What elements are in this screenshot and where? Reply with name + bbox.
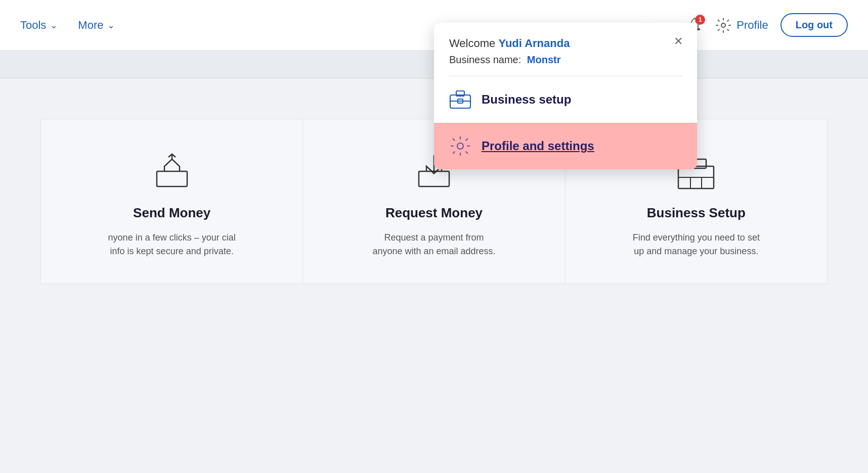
popup-business-name: Monstr xyxy=(527,54,561,65)
profile-popup: ✕ Welcome Yudi Arnanda Business name: Mo… xyxy=(434,23,697,169)
send-money-desc: nyone in a few clicks – your cial info i… xyxy=(106,231,238,258)
business-label: Business name: xyxy=(449,54,521,65)
send-money-title: Send Money xyxy=(133,205,210,221)
svg-rect-8 xyxy=(690,177,702,188)
popup-welcome: Welcome Yudi Arnanda xyxy=(449,37,682,50)
popup-profile-settings-item[interactable]: Profile and settings xyxy=(434,123,697,169)
popup-business-setup-item[interactable]: Business setup xyxy=(434,76,697,123)
tools-nav[interactable]: Tools ⌄ xyxy=(20,19,58,32)
more-nav[interactable]: More ⌄ xyxy=(78,19,115,32)
briefcase-icon xyxy=(449,88,471,111)
svg-point-0 xyxy=(721,23,725,27)
profile-button[interactable]: Profile xyxy=(715,17,768,33)
tools-chevron-icon: ⌄ xyxy=(50,20,58,31)
tools-label: Tools xyxy=(20,19,46,32)
more-label: More xyxy=(78,19,103,32)
svg-rect-1 xyxy=(157,171,187,186)
svg-rect-10 xyxy=(456,91,464,96)
main-content: Send Money nyone in a few clicks – your … xyxy=(0,78,868,314)
send-money-card: Send Money nyone in a few clicks – your … xyxy=(40,119,302,284)
profile-label: Profile xyxy=(736,19,768,32)
business-setup-desc: Find everything you need to set up and m… xyxy=(630,231,762,258)
welcome-text: Welcome xyxy=(449,37,495,50)
profile-settings-menu-label: Profile and settings xyxy=(482,139,594,153)
popup-header: ✕ Welcome Yudi Arnanda Business name: Mo… xyxy=(434,23,697,76)
nav-right: 1 Profile Log out xyxy=(686,13,848,37)
gear-icon xyxy=(715,17,731,33)
notification-count: 1 xyxy=(695,15,705,25)
svg-rect-12 xyxy=(458,99,463,103)
popup-user-name: Yudi Arnanda xyxy=(498,37,570,50)
popup-business: Business name: Monstr xyxy=(449,54,682,66)
request-money-title: Request Money xyxy=(385,205,483,221)
svg-point-13 xyxy=(457,143,463,149)
popup-close-button[interactable]: ✕ xyxy=(670,33,687,50)
nav-left: Tools ⌄ More ⌄ xyxy=(20,19,115,32)
request-money-desc: Request a payment from anyone with an em… xyxy=(368,231,500,258)
business-setup-title: Business Setup xyxy=(647,205,746,221)
settings-gear-icon xyxy=(449,135,471,157)
business-setup-menu-label: Business setup xyxy=(482,92,571,107)
more-chevron-icon: ⌄ xyxy=(107,20,115,31)
logout-button[interactable]: Log out xyxy=(780,13,848,37)
send-money-icon xyxy=(149,150,195,195)
